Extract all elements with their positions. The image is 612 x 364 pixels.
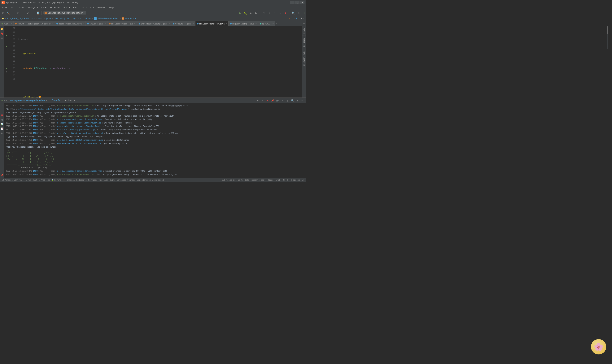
restart-button[interactable]: ↺ <box>251 99 255 103</box>
services-btn[interactable]: Services <box>88 179 97 181</box>
menu-view[interactable]: View <box>18 6 26 9</box>
tab-bookservice[interactable]: BookServiceImpl.java × <box>55 21 86 26</box>
clear-console-button[interactable]: 🗑 <box>285 99 290 103</box>
search-button[interactable]: 🔍 <box>291 11 295 15</box>
menu-edit[interactable]: Edit <box>9 6 18 9</box>
tab-smscodeservice[interactable]: SMSCodeService.java × <box>107 21 137 26</box>
gutter-32-debug[interactable]: ◉ <box>4 70 9 74</box>
tab-pom[interactable]: pom.xml (springboot_19_cache) × <box>13 21 55 26</box>
notifications-panel-label[interactable]: Notifications <box>303 49 306 67</box>
tab-close-smscode[interactable]: × <box>105 23 106 25</box>
step-into-button[interactable]: ↓ <box>267 11 272 15</box>
project-sidebar-icon[interactable]: 📂 <box>0 27 4 31</box>
tab-close-smscodeservice[interactable]: × <box>134 23 135 25</box>
tab-sprin[interactable]: Sprin... × <box>258 21 275 26</box>
nav-filename[interactable]: SMSCodeController <box>97 17 119 20</box>
menu-run[interactable]: Run <box>72 6 79 9</box>
tab-close-pom[interactable]: × <box>52 23 53 25</box>
minimize-button[interactable]: ─ <box>290 1 294 4</box>
maximize-button[interactable]: □ <box>295 1 300 4</box>
endpoints-btn[interactable]: Endpoints <box>76 179 87 181</box>
nav-method[interactable]: checkCode <box>125 17 136 20</box>
pause-button[interactable]: ⏸ <box>261 99 265 103</box>
todo-btn[interactable]: TODO <box>33 179 37 181</box>
line-ending[interactable]: CRLF <box>276 179 280 181</box>
add-framework-button[interactable]: + <box>21 11 25 15</box>
run-config[interactable]: ▶ Springboot19CacheApplication ▾ <box>43 11 86 14</box>
profile-button[interactable]: ▶ <box>254 11 258 15</box>
run-trash-icon[interactable]: 🗑 <box>0 131 4 135</box>
filter-button[interactable]: 🔍 <box>290 99 294 103</box>
menu-help[interactable]: Help <box>107 6 115 9</box>
debug-button[interactable]: 🐛 <box>243 11 248 15</box>
history-button[interactable]: ⌛ <box>36 11 40 15</box>
bookmark-icon[interactable]: 🔖 <box>0 32 4 35</box>
resume-button[interactable]: ▶ <box>255 99 260 103</box>
spring-btn[interactable]: 🍃 Spring <box>52 179 61 181</box>
encoding[interactable]: UTF-8 <box>283 179 288 181</box>
menu-navigate[interactable]: Navigate <box>27 6 40 9</box>
scroll-end-button[interactable]: ⤓ <box>280 99 285 103</box>
push-button[interactable]: ↑ <box>31 11 35 15</box>
menu-tools[interactable]: Tools <box>79 6 88 9</box>
tab-overflow[interactable]: ▾ <box>276 22 278 25</box>
sync-button[interactable]: ⟳ <box>1 11 5 15</box>
reload-button[interactable]: ⟳ <box>16 11 20 15</box>
stop-button[interactable]: ■ <box>283 11 288 15</box>
nav-project[interactable]: springboot_19_cache <box>5 17 29 20</box>
menu-file[interactable]: File <box>1 6 9 9</box>
actuator-tab[interactable]: Actuator <box>64 99 77 102</box>
terminal-btn[interactable]: ⬛ Terminal <box>63 179 75 181</box>
menu-refactor[interactable]: Refactor <box>48 6 62 9</box>
recent-files[interactable]: ☰ <box>302 22 306 25</box>
gutter-run-26[interactable]: ▶ <box>4 45 9 48</box>
problems-btn[interactable]: ⚠ Problems <box>39 179 50 181</box>
coverage-button[interactable]: ▶ <box>248 11 253 15</box>
cursor-position[interactable]: 31:11 <box>268 179 274 181</box>
run-camera-icon[interactable]: 📷 <box>0 118 4 121</box>
menu-build[interactable]: Build <box>62 6 71 9</box>
nav-main[interactable]: main <box>38 17 43 20</box>
step-out-button[interactable]: ↑ <box>272 11 277 15</box>
run-heap-icon[interactable]: 📈 <box>0 127 4 130</box>
tab-smscodecontroller[interactable]: SMSCodeController.java × <box>196 21 228 26</box>
run-status-btn[interactable]: ▶ Run <box>26 179 31 181</box>
tab-codeutils[interactable]: CodeUtils.java × <box>171 21 195 26</box>
run-pin-icon[interactable]: 📌 <box>0 174 4 177</box>
console-tab[interactable]: Console <box>50 99 62 102</box>
step-over-button[interactable]: ↷ <box>262 11 266 15</box>
nav-java[interactable]: java <box>46 17 51 20</box>
menu-code[interactable]: Code <box>40 6 48 9</box>
plugin-icon[interactable]: ✦ <box>304 12 305 14</box>
stop-run-button[interactable]: ■ <box>266 99 270 103</box>
tab-smscodeserviceimpl[interactable]: SMSCodeServiceImpl.java × <box>137 21 172 26</box>
profiler-btn[interactable]: Profiler <box>99 179 108 181</box>
build-status-btn[interactable]: Build <box>110 179 116 181</box>
maven-panel-label[interactable]: Maven <box>303 26 306 35</box>
run-app-name[interactable]: Springboot19CacheApplication <box>9 99 45 102</box>
tab-msgserviceimpl[interactable]: MsgServiceImpl.java × <box>228 21 258 26</box>
run-down-icon[interactable]: ↓ <box>0 109 4 112</box>
tab-close-yml[interactable]: × <box>11 23 12 25</box>
dependencies-btn[interactable]: Dependencies <box>137 179 151 181</box>
build-button[interactable]: 🔨 <box>6 11 10 15</box>
run-button[interactable]: ▶ <box>238 11 242 15</box>
run-up-icon[interactable]: ↑ <box>0 104 4 107</box>
database-changes-btn[interactable]: Database Changes <box>117 179 135 181</box>
pid-path-link[interactable]: D:\DingJiaxiong\IdeaProjects\SpringBootS… <box>18 107 127 111</box>
close-button[interactable]: ✕ <box>300 1 305 4</box>
pin-tab-button[interactable]: 📌 <box>270 99 275 103</box>
indent[interactable]: 4 spaces <box>291 179 300 181</box>
tab-close-codeutils[interactable]: × <box>193 23 194 25</box>
nav-chevron[interactable]: ▾ <box>303 17 305 20</box>
gutter-run-32[interactable]: ▶ <box>4 66 9 70</box>
settings-button[interactable]: ⚙ <box>296 11 301 15</box>
settings-run-button[interactable]: ⚙ <box>295 99 300 103</box>
tab-close-smscodeserviceimpl[interactable]: × <box>169 23 170 25</box>
update-button[interactable]: ↓ <box>11 11 15 15</box>
version-control-btn[interactable]: ⎇ Version Control <box>1 179 22 181</box>
menu-vcs[interactable]: VCS <box>89 6 96 9</box>
tab-close-sprin[interactable]: × <box>273 23 274 25</box>
structure-icon[interactable]: ⊞ <box>0 36 4 40</box>
tab-close-smscodecontroller[interactable]: × <box>226 23 227 25</box>
